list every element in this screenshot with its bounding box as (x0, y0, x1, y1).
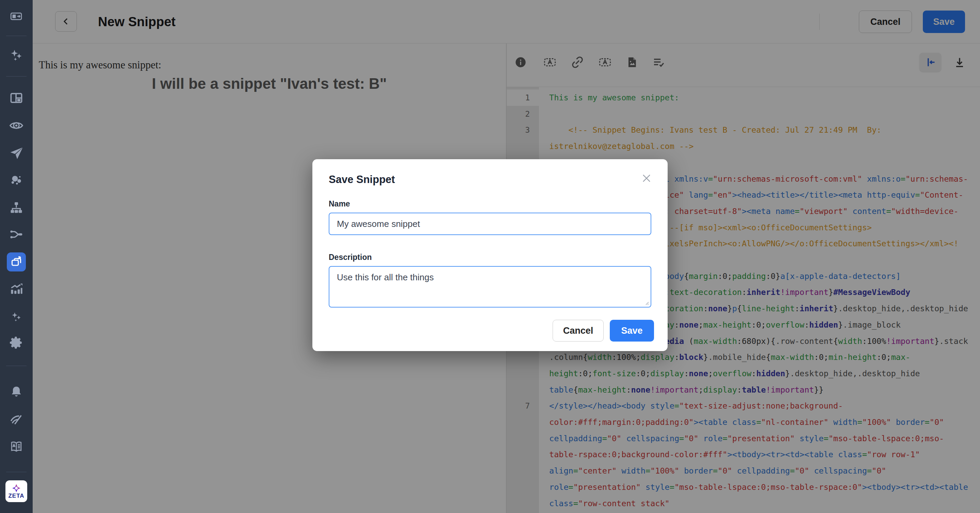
bell-icon[interactable] (0, 382, 33, 402)
analytics-icon[interactable] (0, 279, 33, 299)
knowledge-book-icon[interactable] (0, 437, 33, 456)
snippets-icon-active[interactable] (7, 253, 26, 272)
name-label: Name (329, 199, 651, 208)
description-textarea[interactable]: Use this for all the things (329, 266, 651, 308)
modal-save-button[interactable]: Save (610, 320, 654, 341)
sidebar-divider (6, 366, 27, 366)
sidebar-divider (6, 472, 27, 472)
sidebar-divider (6, 36, 27, 36)
save-snippet-modal: Save Snippet Name Description Use this f… (312, 159, 668, 351)
modal-title: Save Snippet (329, 173, 651, 186)
zeta-diamond-icon (12, 484, 21, 492)
send-icon[interactable] (0, 144, 33, 163)
close-icon[interactable] (640, 172, 653, 184)
hierarchy-icon[interactable] (0, 198, 33, 217)
zeta-logo-text: ZETA (8, 493, 24, 499)
sidebar: ZETA (0, 0, 33, 513)
sparkles-icon[interactable] (0, 46, 33, 65)
modal-cancel-button[interactable]: Cancel (553, 320, 604, 341)
journey-flow-icon[interactable] (0, 225, 33, 244)
zeta-logo[interactable]: ZETA (5, 480, 27, 502)
gear-icon[interactable] (0, 334, 33, 353)
dashboard-icon[interactable] (0, 89, 33, 108)
name-input[interactable] (329, 213, 651, 235)
audience-target-icon[interactable] (0, 116, 33, 135)
sparkles-small-icon[interactable] (0, 307, 33, 326)
bubbles-icon[interactable] (0, 170, 33, 189)
description-label: Description (329, 253, 651, 262)
sidebar-divider (6, 76, 27, 76)
speed-icon[interactable] (0, 410, 33, 429)
collapse-sidebar-icon[interactable] (0, 7, 33, 26)
